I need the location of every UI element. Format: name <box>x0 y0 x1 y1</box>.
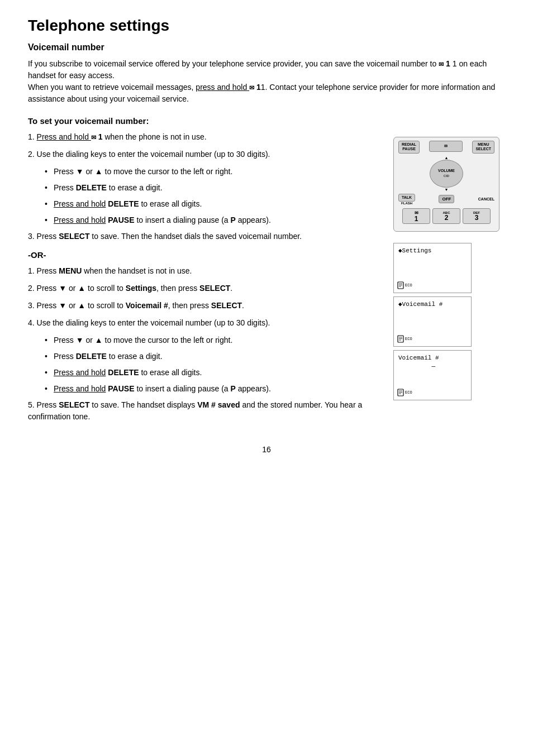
bullet-1-3: Press and hold DELETE to erase all digit… <box>45 198 382 210</box>
off-btn: OFF <box>439 195 454 203</box>
or-divider: -OR- <box>28 250 382 260</box>
intro-key-1b: 1 <box>256 83 261 92</box>
intro-press-hold: press and hold ✉ <box>196 83 254 92</box>
section-heading: Voicemail number <box>28 42 505 52</box>
screen-container: ◆Settings ECO ◆Voicemail # <box>393 243 505 400</box>
phone-keypad: ✉ 1 ABC 2 DEF 3 <box>394 206 499 226</box>
eco-text-2: ECO <box>405 337 412 341</box>
phone-nav-area: ▲ VOLUMECID ▼ <box>394 156 499 192</box>
bullet-list-2: Press ▼ or ▲ to move the cursor to the l… <box>45 334 382 395</box>
intro-press-hold-text: press and hold <box>196 83 247 92</box>
screen1-eco: ECO <box>397 281 412 289</box>
eco-icon-svg2 <box>397 335 404 343</box>
s2-step-1: 1. Press MENU when the handset is not in… <box>28 265 382 277</box>
voicemail-icon-inline2: ✉ <box>249 83 254 93</box>
screen3-eco: ECO <box>397 389 412 396</box>
key-2-num: 2 <box>445 214 449 221</box>
bullet-1-4: Press and hold PAUSE to insert a dialing… <box>45 214 382 226</box>
key-1-btn: ✉ 1 <box>402 208 430 224</box>
talk-btn: TALK <box>398 194 415 202</box>
phone-image: REDIALPAUSE ✉ MENUSELECT ▲ VOLUMECID ▼ <box>393 137 499 232</box>
screen2-line1: ◆Voicemail # <box>398 300 467 309</box>
step-1: 1. Press and hold ✉ 1 when the phone is … <box>28 131 382 143</box>
voicemail-display-area: ✉ <box>429 141 463 152</box>
page-title: Telephone settings <box>28 17 505 35</box>
lcd-screen-3: Voicemail # — ECO <box>393 350 472 400</box>
s2-step-2: 2. Press ▼ or ▲ to scroll to Settings, t… <box>28 283 382 294</box>
eco-text-3: ECO <box>405 390 412 395</box>
subsection-title: To set your voicemail number: <box>28 116 505 126</box>
screen1-line2 <box>398 255 467 264</box>
voicemail-icon-inline: ✉ <box>439 60 444 69</box>
screen2-eco: ECO <box>397 335 412 343</box>
svg-rect-0 <box>398 282 403 289</box>
eco-icon-svg3 <box>397 389 404 396</box>
s2-step-5: 5. Press SELECT to save. The handset dis… <box>28 399 382 423</box>
nav-row: VOLUMECID <box>426 160 467 188</box>
bullet-1-1: Press ▼ or ▲ to move the cursor to the l… <box>45 166 382 178</box>
eco-text-1: ECO <box>405 283 412 288</box>
cancel-label: CANCEL <box>478 197 494 201</box>
page-number: 16 <box>28 445 505 454</box>
step1-underline: Press and hold ✉ <box>37 132 96 141</box>
bullet-list-1: Press ▼ or ▲ to move the cursor to the l… <box>45 166 382 226</box>
svg-rect-4 <box>398 336 403 342</box>
s2-step-4: 4. Use the dialing keys to enter the voi… <box>28 317 382 329</box>
cid-label: CID <box>444 174 449 178</box>
screen3-line1: Voicemail # <box>398 354 467 362</box>
menu-select-btn: MENUSELECT <box>472 141 494 154</box>
nav-circle: VOLUMECID <box>430 160 463 188</box>
key-2-btn: ABC 2 <box>432 208 460 224</box>
volume-label: VOLUMECID <box>438 169 455 178</box>
lcd-screen-2: ◆Voicemail # ECO <box>393 296 472 347</box>
right-column: REDIALPAUSE ✉ MENUSELECT ▲ VOLUMECID ▼ <box>393 131 505 428</box>
nav-up-arrow: ▲ <box>445 156 449 160</box>
step1-text: Press and hold <box>37 132 89 141</box>
phone-middle-row: TALK FLASH OFF CANCEL <box>394 193 499 206</box>
flash-label: FLASH <box>401 202 412 205</box>
key-3-num: 3 <box>475 214 479 221</box>
screen1-line1: ◆Settings <box>398 247 467 255</box>
bullet-2-4: Press and hold PAUSE to insert a dialing… <box>45 383 382 395</box>
step-2: 2. Use the dialing keys to enter the voi… <box>28 149 382 160</box>
step1-key: 1 <box>98 132 103 141</box>
bullet-2-3: Press and hold DELETE to erase all digit… <box>45 367 382 379</box>
key-1-num: 1 <box>415 216 418 222</box>
lcd-screen-1: ◆Settings ECO <box>393 243 472 293</box>
bullet-1-2: Press DELETE to erase a digit. <box>45 182 382 194</box>
screen2-line2 <box>398 309 467 317</box>
step-3: 3. Press SELECT to save. Then the handse… <box>28 231 382 242</box>
key-3-btn: DEF 3 <box>463 208 491 224</box>
step1-vm-icon: ✉ <box>91 133 96 142</box>
bullet-2-1: Press ▼ or ▲ to move the cursor to the l… <box>45 334 382 346</box>
screen3-line2: — <box>398 362 467 371</box>
content-area: 1. Press and hold ✉ 1 when the phone is … <box>28 131 505 428</box>
nav-down-arrow: ▼ <box>445 188 449 192</box>
bullet-2-2: Press DELETE to erase a digit. <box>45 351 382 362</box>
intro-paragraph: If you subscribe to voicemail service of… <box>28 58 505 105</box>
redial-pause-btn: REDIALPAUSE <box>398 141 420 154</box>
s2-step-3: 3. Press ▼ or ▲ to scroll to Voicemail #… <box>28 300 382 312</box>
intro-text-3: When you want to retrieve voicemail mess… <box>28 83 193 92</box>
intro-text-1: If you subscribe to voicemail service of… <box>28 59 436 68</box>
phone-top-buttons: REDIALPAUSE ✉ MENUSELECT <box>394 137 499 155</box>
intro-key-1: 1 <box>446 59 453 68</box>
step1-suffix: when the phone is not in use. <box>104 132 206 141</box>
talk-flash-group: TALK FLASH <box>398 194 415 205</box>
eco-icon-svg <box>397 281 404 289</box>
step2-text: Use the dialing keys to enter the voicem… <box>37 150 270 159</box>
svg-rect-8 <box>398 389 403 396</box>
left-column: 1. Press and hold ✉ 1 when the phone is … <box>28 131 382 428</box>
